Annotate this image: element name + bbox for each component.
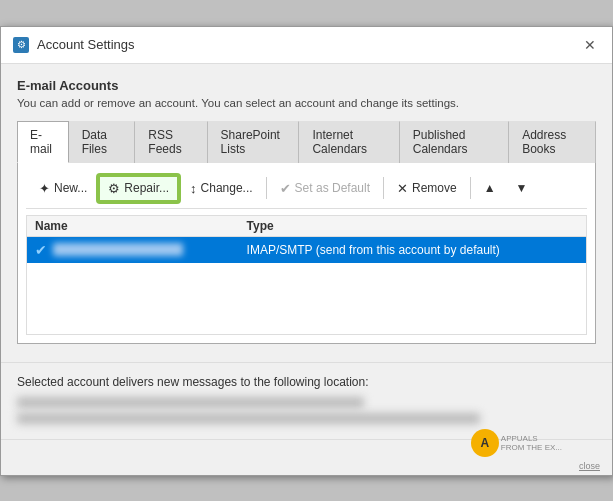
new-button[interactable]: ✦ New... — [30, 176, 96, 201]
tab-data-files[interactable]: Data Files — [69, 121, 136, 163]
toolbar-separator-3 — [470, 177, 471, 199]
toolbar: ✦ New... ⚙ Repair... ↕ Change... ✔ Set — [26, 171, 587, 209]
tab-internet-calendars[interactable]: Internet Calendars — [299, 121, 399, 163]
content-area: E-mail Accounts You can add or remove an… — [1, 64, 612, 354]
toolbar-separator — [266, 177, 267, 199]
account-name-blurred — [53, 243, 183, 256]
footer-label: Selected account delivers new messages t… — [17, 375, 596, 389]
set-default-button[interactable]: ✔ Set as Default — [271, 176, 379, 201]
down-icon: ▼ — [516, 181, 528, 195]
account-type-cell: IMAP/SMTP (send from this account by def… — [239, 236, 586, 263]
footer-path-line2 — [17, 413, 480, 424]
repair-button[interactable]: ⚙ Repair... — [98, 175, 179, 202]
table-row[interactable]: ✔ IMAP/SMTP (send from this account by d… — [27, 236, 586, 263]
change-label: Change... — [201, 181, 253, 195]
move-up-button[interactable]: ▲ — [475, 176, 505, 200]
toolbar-separator-2 — [383, 177, 384, 199]
repair-label: Repair... — [124, 181, 169, 195]
title-bar: ⚙ Account Settings ✕ — [1, 27, 612, 64]
window-icon: ⚙ — [13, 37, 29, 53]
set-default-label: Set as Default — [295, 181, 370, 195]
email-panel: ✦ New... ⚙ Repair... ↕ Change... ✔ Set — [17, 163, 596, 344]
up-icon: ▲ — [484, 181, 496, 195]
footer-path-line1 — [17, 397, 364, 408]
name-column-header: Name — [27, 216, 239, 237]
close-watermark-label[interactable]: close — [579, 461, 600, 471]
move-down-button[interactable]: ▼ — [507, 176, 537, 200]
tab-published-calendars[interactable]: Published Calendars — [400, 121, 509, 163]
default-account-icon: ✔ — [35, 242, 47, 258]
change-icon: ↕ — [190, 181, 197, 196]
accounts-table-container: Name Type ✔ — [26, 215, 587, 335]
tab-sharepoint[interactable]: SharePoint Lists — [208, 121, 300, 163]
new-icon: ✦ — [39, 181, 50, 196]
new-label: New... — [54, 181, 87, 195]
remove-icon: ✕ — [397, 181, 408, 196]
footer-area: Selected account delivers new messages t… — [1, 362, 612, 439]
window-title: Account Settings — [37, 37, 135, 52]
repair-icon: ⚙ — [108, 181, 120, 196]
appuals-logo: A APPUALSFROM THE EX... — [471, 429, 562, 457]
logo-circle: A — [471, 429, 499, 457]
change-button[interactable]: ↕ Change... — [181, 176, 262, 201]
remove-label: Remove — [412, 181, 457, 195]
section-description: You can add or remove an account. You ca… — [17, 97, 596, 109]
section-title: E-mail Accounts — [17, 78, 596, 93]
set-default-icon: ✔ — [280, 181, 291, 196]
tab-rss-feeds[interactable]: RSS Feeds — [135, 121, 207, 163]
logo-tagline: APPUALSFROM THE EX... — [501, 434, 562, 452]
tab-address-books[interactable]: Address Books — [509, 121, 596, 163]
tabs-bar: E-mail Data Files RSS Feeds SharePoint L… — [17, 121, 596, 163]
account-name-cell: ✔ — [27, 236, 239, 263]
tab-email[interactable]: E-mail — [17, 121, 69, 163]
remove-button[interactable]: ✕ Remove — [388, 176, 466, 201]
window-close-button[interactable]: ✕ — [580, 35, 600, 55]
type-column-header: Type — [239, 216, 586, 237]
accounts-table: Name Type ✔ — [27, 216, 586, 263]
